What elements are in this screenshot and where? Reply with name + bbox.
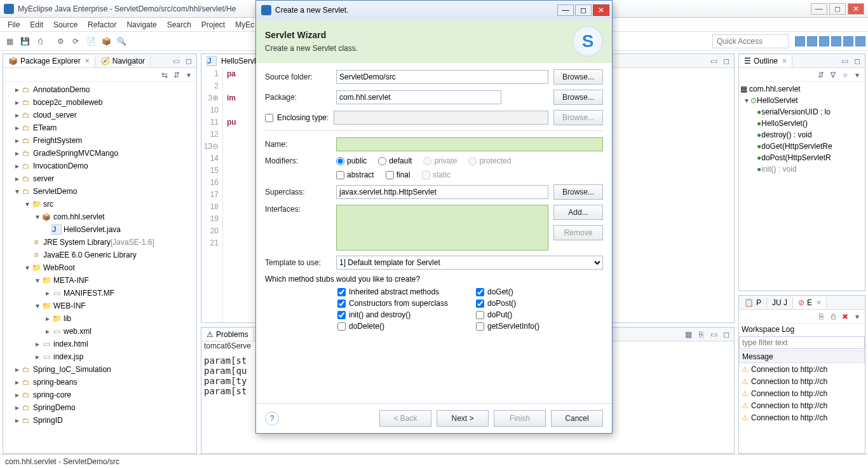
superclass-input[interactable]: [336, 185, 548, 199]
name-input[interactable]: [336, 137, 603, 151]
dialog-icon: [261, 5, 271, 15]
dialog-body: Source folder: Browse... Package: Browse…: [256, 63, 612, 403]
stubs-question: Which method stubs would you like to cre…: [265, 275, 603, 284]
back-button: < Back: [379, 410, 431, 427]
template-label: Template to use:: [265, 258, 331, 267]
help-icon[interactable]: ?: [265, 411, 279, 425]
dialog-titlebar: Create a new Servlet. — ◻ ✕: [256, 1, 612, 20]
checkbox-final[interactable]: final: [386, 170, 410, 179]
modal-overlay: Create a new Servlet. — ◻ ✕ Servlet Wiza…: [0, 0, 868, 468]
browse-superclass-button[interactable]: Browse...: [553, 184, 603, 200]
radio-protected: protected: [468, 156, 511, 165]
browse-package-button[interactable]: Browse...: [553, 90, 603, 105]
dialog-close-button[interactable]: ✕: [593, 4, 609, 16]
checkbox-constructors[interactable]: Constructors from superclass: [337, 299, 465, 308]
checkbox-inherited[interactable]: Inherited abstract methods: [337, 287, 465, 296]
source-folder-input[interactable]: [336, 70, 548, 84]
dialog-maximize-button[interactable]: ◻: [575, 4, 592, 16]
next-button[interactable]: Next >: [437, 410, 489, 427]
radio-default[interactable]: default: [378, 156, 412, 165]
package-input[interactable]: [336, 90, 501, 104]
dialog-title: Create a new Servlet.: [275, 6, 348, 15]
radio-public[interactable]: public: [336, 156, 367, 165]
interfaces-label: Interfaces:: [265, 205, 331, 214]
checkbox-dopost[interactable]: doPost(): [476, 299, 603, 308]
superclass-label: Superclass:: [265, 188, 331, 196]
wizard-logo-icon: S: [573, 26, 603, 57]
dialog-banner: Servlet Wizard Create a new Servlet clas…: [256, 20, 612, 63]
package-label: Package:: [265, 93, 331, 102]
interfaces-list[interactable]: [336, 205, 548, 251]
servlet-wizard-dialog: Create a new Servlet. — ◻ ✕ Servlet Wiza…: [255, 0, 613, 434]
finish-button: Finish: [494, 410, 546, 427]
dialog-minimize-button[interactable]: —: [557, 4, 574, 16]
cancel-button[interactable]: Cancel: [551, 410, 603, 427]
checkbox-getservletinfo[interactable]: getServletInfo(): [476, 322, 603, 331]
browse-enclosing-button: Browse...: [553, 110, 603, 125]
dialog-subheading: Create a new Servlet class.: [265, 44, 573, 53]
enclosing-type-input: [334, 111, 548, 125]
remove-interface-button: Remove: [553, 225, 603, 240]
source-folder-label: Source folder:: [265, 72, 331, 81]
checkbox-static: static: [422, 170, 451, 179]
browse-source-button[interactable]: Browse...: [553, 69, 603, 85]
dialog-footer: ? < Back Next > Finish Cancel: [256, 403, 612, 433]
add-interface-button[interactable]: Add...: [553, 205, 603, 220]
checkbox-abstract[interactable]: abstract: [336, 170, 374, 179]
dialog-heading: Servlet Wizard: [265, 30, 573, 40]
enclosing-type-checkbox[interactable]: [265, 114, 273, 122]
name-label: Name:: [265, 140, 331, 149]
checkbox-doget[interactable]: doGet(): [476, 287, 603, 296]
enclosing-type-label: Enclosing type:: [277, 113, 329, 122]
template-select[interactable]: 1] Default template for Servlet: [336, 256, 603, 270]
modifiers-label: Modifiers:: [265, 156, 331, 165]
checkbox-doput[interactable]: doPut(): [476, 310, 603, 319]
radio-private: private: [423, 156, 457, 165]
checkbox-init-destroy[interactable]: init() and destroy(): [337, 310, 465, 319]
checkbox-dodelete[interactable]: doDelete(): [337, 322, 465, 331]
